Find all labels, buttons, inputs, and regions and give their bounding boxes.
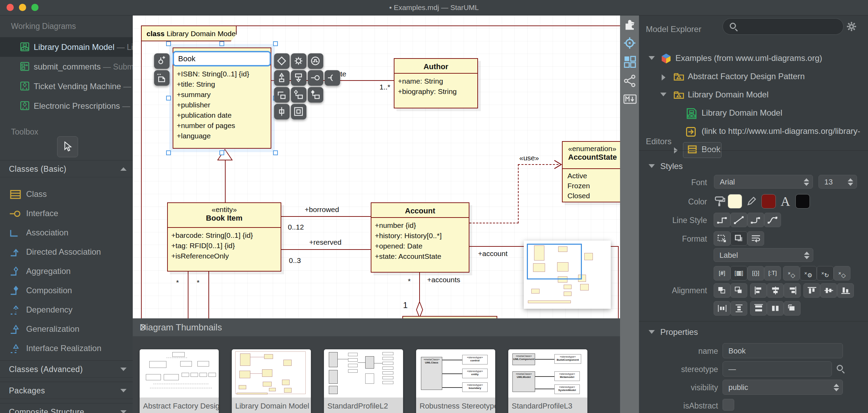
add-realization-button[interactable]: [291, 70, 306, 86]
thumbnail-standardprofilel2[interactable]: StandardProfileL2: [324, 349, 403, 413]
font-color-swatch[interactable]: [795, 194, 810, 209]
collapse-icon[interactable]: [660, 93, 666, 96]
properties-section-header[interactable]: Properties: [660, 327, 698, 337]
gear-icon[interactable]: [846, 21, 857, 32]
line-style-rectilinear-button[interactable]: [714, 213, 730, 227]
close-icon[interactable]: ✕: [140, 322, 609, 333]
model-explorer-search[interactable]: [723, 18, 844, 35]
add-operation-button[interactable]: [291, 53, 306, 69]
selection-handle[interactable]: [166, 41, 171, 46]
tool-association[interactable]: Association: [0, 223, 133, 243]
distribute-horizontally-button[interactable]: [714, 301, 730, 316]
bring-to-front-button[interactable]: [714, 283, 730, 298]
add-part-button[interactable]: [291, 104, 306, 119]
search-input[interactable]: [742, 21, 838, 30]
stereotype-input[interactable]: —: [723, 361, 832, 377]
selection-handle[interactable]: [166, 150, 171, 155]
font-color-icon[interactable]: A: [781, 194, 790, 209]
show-multiplicity-button[interactable]: [#]: [714, 266, 730, 280]
association-reserved[interactable]: [281, 249, 371, 250]
thumbnail-library-domain-model[interactable]: Library Domain Model: [232, 349, 311, 413]
show-type-button[interactable]: [:T]: [764, 266, 781, 280]
tool-interface-realization[interactable]: Interface Realization: [0, 339, 133, 358]
selection-handle[interactable]: [219, 41, 224, 46]
line-color-swatch[interactable]: [761, 194, 776, 209]
minimap-panel[interactable]: [524, 241, 611, 309]
dependency-use[interactable]: [469, 223, 519, 223]
thumbnail-abstract-factory[interactable]: Abstract Factory Design: [140, 349, 219, 413]
tree-item-hyperlink[interactable]: (link to http://www.uml-diagrams.org/lib…: [639, 124, 868, 140]
thumbnail-standardprofilel3[interactable]: «metaClass» UMLComponent «metaClass» UML…: [508, 349, 587, 413]
add-note-button[interactable]: [154, 70, 170, 86]
send-to-back-button[interactable]: [730, 283, 747, 298]
add-required-interface-button[interactable]: [325, 70, 340, 86]
add-state-button[interactable]: [308, 53, 323, 69]
working-diagram-electronic-prescriptions[interactable]: Electronic Prescriptions — E: [0, 96, 133, 116]
markdown-icon[interactable]: [623, 94, 637, 104]
stereotype-search-icon[interactable]: [837, 365, 843, 371]
share-icon[interactable]: [623, 75, 636, 87]
tool-composition[interactable]: Composition: [0, 281, 133, 300]
align-center-button[interactable]: [767, 283, 784, 298]
tool-generalization[interactable]: Generalization: [0, 320, 133, 339]
tree-item-abstract-factory[interactable]: Abstract Factory Design Pattern: [639, 69, 868, 85]
tool-class[interactable]: Class: [0, 185, 133, 204]
visibility-select[interactable]: public: [723, 380, 843, 395]
show-property-button[interactable]: [{}]: [747, 266, 764, 280]
tool-dependency[interactable]: Dependency: [0, 300, 133, 320]
distribute-vertically-button[interactable]: [730, 301, 747, 316]
add-associated-class-button[interactable]: [274, 87, 290, 103]
add-attribute-button[interactable]: [274, 53, 290, 69]
line-style-curve-button[interactable]: [764, 213, 781, 227]
add-provided-interface-button[interactable]: [308, 70, 323, 86]
align-top-button[interactable]: [803, 283, 820, 298]
tree-item-examples[interactable]: Examples (from www.uml-diagrams.org): [639, 51, 868, 67]
dependency-use[interactable]: [518, 164, 558, 165]
association-account[interactable]: [618, 246, 619, 318]
hide-operations-button[interactable]: ×⚙: [800, 266, 817, 280]
match-size-button[interactable]: [784, 301, 801, 316]
association-copies-a[interactable]: [188, 272, 188, 318]
isabstract-checkbox[interactable]: [723, 399, 734, 411]
name-input[interactable]: Book: [723, 343, 843, 358]
fill-color-swatch[interactable]: [728, 194, 742, 209]
show-name-button[interactable]: [▥]: [730, 266, 747, 280]
align-middle-button[interactable]: [820, 283, 837, 298]
book-item-class[interactable]: «entity» Book Item +barcode: String[0..1…: [167, 202, 281, 272]
line-color-icon[interactable]: [746, 195, 757, 207]
extensions-icon[interactable]: [623, 19, 636, 31]
align-right-button[interactable]: [784, 283, 801, 298]
generalization-bookitem-book[interactable]: [225, 160, 226, 202]
align-left-button[interactable]: [750, 283, 767, 298]
line-style-rounded-rectilinear-button[interactable]: [747, 213, 764, 227]
tool-interface[interactable]: Interface: [0, 204, 133, 223]
toolbox-group-classes-basic[interactable]: Classes (Basic): [0, 160, 133, 177]
toolbox-group-packages[interactable]: Packages: [0, 382, 133, 399]
dependency-use[interactable]: [518, 164, 519, 223]
hide-literals-button[interactable]: ×◇: [834, 266, 850, 280]
working-diagram-ticket-vending-machine[interactable]: Ticket Vending Machine — T: [0, 76, 133, 96]
working-diagram-submit-comments[interactable]: submit_comments — Submit: [0, 57, 133, 76]
space-equally-vertical-button[interactable]: [767, 301, 784, 316]
account-class[interactable]: Account +number {id} +history: History[0…: [371, 202, 469, 273]
collapse-icon[interactable]: [649, 164, 655, 168]
tree-item-library-domain-model-diagram[interactable]: Library Domain Model: [639, 105, 868, 122]
hide-receptions-button[interactable]: ×↻: [817, 266, 834, 280]
space-equally-horizontal-button[interactable]: [750, 301, 767, 316]
working-diagram-library-domain-model[interactable]: Library Domain Model — Lib: [0, 37, 133, 57]
add-aggregated-class-button[interactable]: [291, 87, 306, 103]
aggregation-accounts[interactable]: [419, 273, 420, 303]
add-note-link-button[interactable]: [154, 53, 170, 69]
add-port-button[interactable]: [274, 104, 290, 119]
add-composited-class-button[interactable]: [308, 87, 323, 103]
add-generalization-button[interactable]: [274, 70, 290, 86]
tool-directed-association[interactable]: Directed Association: [0, 243, 133, 262]
styles-section-header[interactable]: Styles: [660, 161, 683, 171]
selection-handle[interactable]: [273, 41, 278, 46]
diagram-canvas[interactable]: class Library Domain Model wrote 1..* +b…: [133, 15, 620, 413]
class-name-editor[interactable]: [173, 51, 271, 66]
auto-resize-button[interactable]: [714, 231, 730, 246]
selection-handle[interactable]: [219, 150, 224, 155]
stereotype-display-select[interactable]: Label: [714, 248, 813, 262]
selection-handle[interactable]: [166, 96, 171, 100]
